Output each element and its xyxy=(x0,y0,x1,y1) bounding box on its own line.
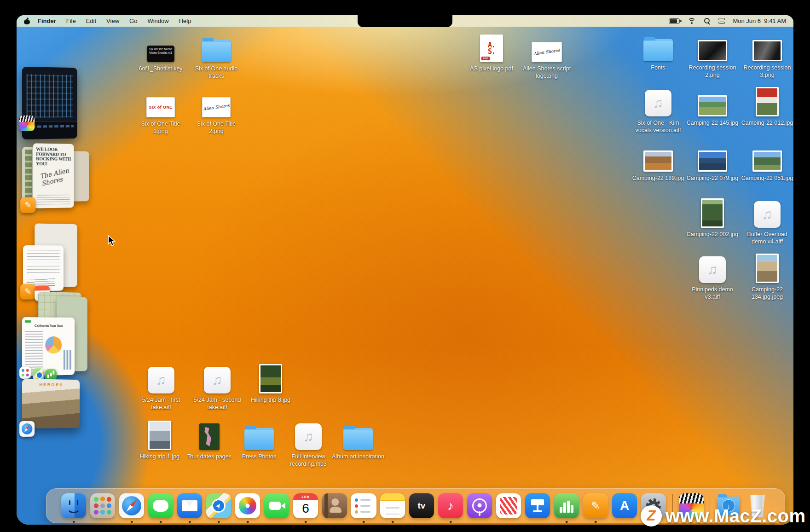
dock-item-reminders[interactable] xyxy=(351,493,376,519)
stage-stack-poster[interactable]: WE LOOK FORWARD TO ROCKING WITH YOU! The… xyxy=(24,143,89,211)
desktop-icon-buffer-overload-aiff[interactable]: ♫ Buffer Overload demo v4.aiff xyxy=(741,198,793,245)
dock-item-keynote[interactable] xyxy=(525,493,550,519)
desktop-icon-press-photos-folder[interactable]: Press Photos xyxy=(232,421,286,460)
photo-thumbnail xyxy=(701,198,724,228)
dock-item-pages[interactable]: ✎ xyxy=(583,493,608,519)
image-file-icon: Alien Shores xyxy=(202,97,231,117)
icon-label: Recording session 2.png xyxy=(686,64,739,79)
desktop-icon-camping-189[interactable]: Camping-22 189.jpg xyxy=(631,142,685,182)
photos-icon xyxy=(235,493,260,518)
pages-icon: ✎ xyxy=(583,493,608,518)
wifi-icon[interactable] xyxy=(688,18,696,24)
desktop-icon-hiking-trip-8[interactable]: Hiking trip 8.jpg xyxy=(244,364,297,404)
desktop-icon-camping-079[interactable]: Camping-22 079.jpg xyxy=(686,142,739,182)
desktop-icon-jam-first-take[interactable]: ♫ 5/24 Jam - first take.aiff xyxy=(134,364,188,411)
menu-edit[interactable]: Edit xyxy=(81,17,101,24)
apple-menu-icon[interactable] xyxy=(24,17,30,24)
macbook-screen: Finder File Edit View Go Window Help Mon… xyxy=(17,15,793,525)
dock-item-app-store[interactable]: A xyxy=(612,493,637,519)
image-file-icon: SIX of ONE xyxy=(146,97,175,117)
music-note-icon: ♫ xyxy=(653,95,664,111)
desktop-icon-title2-png[interactable]: Alien Shores Six of One Title 2.png xyxy=(190,88,243,135)
desktop-icon-camping-051[interactable]: Camping-22 051.jpg xyxy=(741,142,793,182)
icon-label: Camping-22 051.jpg xyxy=(741,174,793,182)
photo-thumbnail xyxy=(698,40,727,61)
menu-finder[interactable]: Finder xyxy=(33,17,61,24)
desktop-icon-title1-png[interactable]: SIX of ONE Six of One Title 1.png xyxy=(134,88,187,135)
stage-stack-documents[interactable]: A ✎ xyxy=(23,223,84,296)
icon-label: Hiking trip 8.jpg xyxy=(251,396,290,404)
dock-item-launchpad[interactable] xyxy=(90,493,116,519)
audio-file-icon: ♫ xyxy=(645,90,671,116)
dock-item-podcasts[interactable] xyxy=(467,493,492,519)
music-note-icon: ♫ xyxy=(156,372,167,388)
pages-badge-icon: ✎ xyxy=(20,197,35,213)
spreadsheet-pie-chart xyxy=(45,336,62,354)
desktop-icon-hiking-trip-1[interactable]: Hiking trip 1.jpg xyxy=(133,421,186,460)
running-indicator xyxy=(363,521,365,523)
menu-window[interactable]: Window xyxy=(142,17,174,24)
control-center-icon[interactable] xyxy=(718,18,725,24)
desktop-icon-audio-tracks-folder[interactable]: Six of One audio tracks xyxy=(190,33,243,80)
poster-headline: WE LOOK FORWARD TO ROCKING WITH YOU! xyxy=(36,147,71,167)
desktop-icon-full-interview-mp3[interactable]: ♫ Full interview recording.mp3 xyxy=(282,421,335,468)
music-note-icon: ♫ xyxy=(762,207,773,222)
spreadsheet-chip xyxy=(25,320,31,323)
finder-icon xyxy=(61,493,86,518)
stage-stack-safari[interactable]: HEROES xyxy=(22,379,87,448)
desktop-icon-kim-vocals-aiff[interactable]: ♫ Six of One - Kim vocals version.aiff xyxy=(631,87,685,134)
running-indicator xyxy=(305,521,307,523)
running-indicator xyxy=(566,521,568,523)
dock-item-maps[interactable] xyxy=(206,493,231,519)
desktop-icon-camping-134[interactable]: Camping-22 134.jpg.jpeg xyxy=(741,254,793,301)
dock-item-facetime[interactable] xyxy=(264,493,289,519)
menu-clock[interactable]: Mon Jun 6 9:41 AM xyxy=(733,17,786,24)
fcp-timeline-clips xyxy=(27,74,73,118)
desktop-icon-camping-002[interactable]: Camping-22 002.jpg xyxy=(686,198,739,238)
app-store-icon: A xyxy=(612,493,637,518)
stage-stack-numbers[interactable]: California Tour Sun xyxy=(22,291,92,379)
misc-app-badge-icon xyxy=(19,367,31,379)
dock-item-contacts[interactable] xyxy=(322,493,347,519)
photo-thumbnail xyxy=(752,150,782,172)
desktop-icon-album-art-folder[interactable]: Album art inspiration xyxy=(331,421,385,460)
stage-stack-final-cut[interactable] xyxy=(22,67,77,139)
desktop-icon-recording-session-2[interactable]: Recording session 2.png xyxy=(686,32,739,79)
dock-item-calendar[interactable]: JUN 6 xyxy=(293,493,318,519)
dock-item-finder[interactable] xyxy=(61,493,87,519)
dock-item-messages[interactable] xyxy=(148,493,174,519)
icon-label: Press Photos xyxy=(242,453,276,460)
dock-item-music[interactable]: ♪ xyxy=(438,493,463,519)
dock-item-notes[interactable] xyxy=(380,493,405,519)
spreadsheet-window[interactable]: California Tour Sun xyxy=(22,317,75,376)
poster-front-sheet[interactable]: WE LOOK FORWARD TO ROCKING WITH YOU! The… xyxy=(33,143,74,208)
battery-icon[interactable] xyxy=(669,18,680,24)
keynote-file-icon: Six of One Music Video Shotlist v.3 xyxy=(147,46,174,62)
music-note-icon: ♫ xyxy=(212,372,223,388)
menu-file[interactable]: File xyxy=(61,17,81,24)
desktop-icon-alien-shores-logo-png[interactable]: Alien Shores Alien Shores script logo.pn… xyxy=(520,33,573,80)
menu-view[interactable]: View xyxy=(101,17,124,24)
desktop-icon-camping-145[interactable]: Camping-22 145.jpg xyxy=(686,87,739,127)
desktop-icon-recording-session-3[interactable]: Recording session 3.png xyxy=(741,32,793,79)
keynote-icon xyxy=(525,493,550,518)
dock-item-apple-tv[interactable]: tv xyxy=(409,493,434,519)
desktop-icon-fonts-folder[interactable]: Fonts xyxy=(631,32,685,71)
calendar-day: 6 xyxy=(302,501,309,516)
dock-item-numbers[interactable] xyxy=(554,493,579,519)
desktop-icon-as-pixel-logo-pdf[interactable]: A. S. PDF AS pixel logo.pdf xyxy=(465,33,518,72)
menu-go[interactable]: Go xyxy=(124,17,142,24)
desktop-icon-pinnipeds-demo-aiff[interactable]: ♫ Pinnipeds demo v3.aiff xyxy=(686,254,739,301)
dock-item-news[interactable] xyxy=(496,493,521,519)
spotlight-search-icon[interactable] xyxy=(704,17,711,24)
app-store-letter: A xyxy=(620,498,629,513)
dock-item-photos[interactable] xyxy=(235,493,260,519)
folder-icon xyxy=(343,428,373,450)
desktop-icon-tour-dates-pages[interactable]: Tour dates.pages xyxy=(183,421,236,460)
menu-help[interactable]: Help xyxy=(174,17,197,24)
desktop-icon-camping-012[interactable]: Camping-22 012.jpg xyxy=(741,87,793,127)
desktop-icon-jam-second-take[interactable]: ♫ 5/24 Jam - second take.aiff xyxy=(191,364,244,411)
desktop-icon-shotlist-key[interactable]: Six of One Music Video Shotlist v.3 6of1… xyxy=(134,33,187,72)
dock-item-safari[interactable] xyxy=(119,493,145,519)
dock-item-mail[interactable] xyxy=(177,493,202,519)
